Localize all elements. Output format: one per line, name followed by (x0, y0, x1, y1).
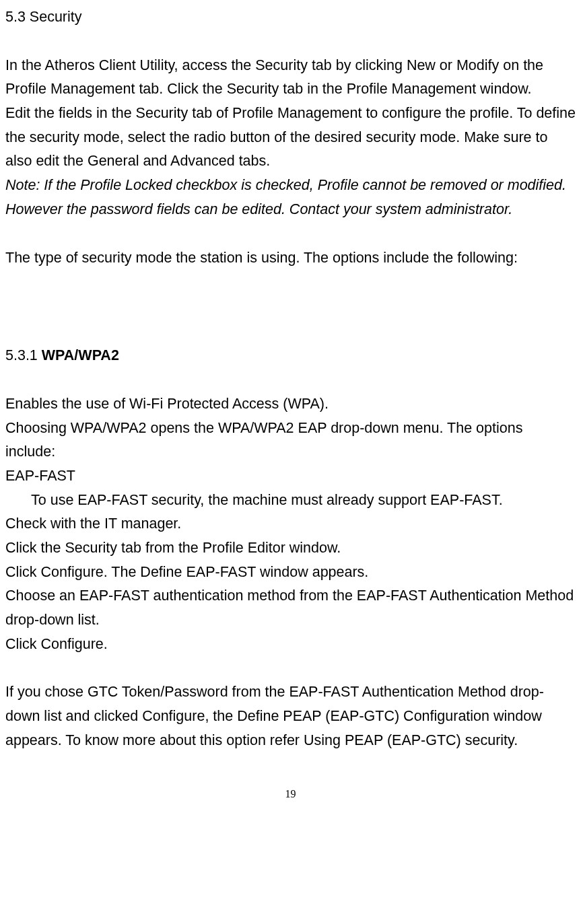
wpa-step-4: Click Configure. (5, 633, 576, 657)
spacer (5, 222, 576, 246)
gtc-paragraph: If you chose GTC Token/Password from the… (5, 680, 576, 752)
heading-bold: WPA/WPA2 (42, 347, 119, 363)
wpa-step-2: Click Configure. The Define EAP-FAST win… (5, 561, 576, 585)
paragraph-security-mode: The type of security mode the station is… (5, 246, 576, 271)
spacer (5, 270, 576, 344)
spacer (5, 656, 576, 680)
wpa-step-1: Click the Security tab from the Profile … (5, 536, 576, 561)
paragraph-intro-2: Edit the fields in the Security tab of P… (5, 102, 576, 174)
eap-fast-line-1: To use EAP-FAST security, the machine mu… (5, 489, 576, 513)
wpa-paragraph-2: Choosing WPA/WPA2 opens the WPA/WPA2 EAP… (5, 417, 576, 464)
eap-fast-line-2: Check with the IT manager. (5, 512, 576, 536)
wpa-step-3: Choose an EAP-FAST authentication method… (5, 584, 576, 632)
section-heading-5-3: 5.3 Security (5, 5, 576, 30)
note-paragraph: Note: If the Profile Locked checkbox is … (5, 174, 576, 221)
eap-fast-label: EAP-FAST (5, 464, 576, 489)
section-heading-5-3-1: 5.3.1 WPA/WPA2 (5, 344, 576, 368)
page-number: 19 (5, 785, 576, 804)
heading-prefix: 5.3.1 (5, 347, 42, 363)
wpa-paragraph-1: Enables the use of Wi-Fi Protected Acces… (5, 392, 576, 417)
paragraph-intro-1: In the Atheros Client Utility, access th… (5, 54, 576, 102)
